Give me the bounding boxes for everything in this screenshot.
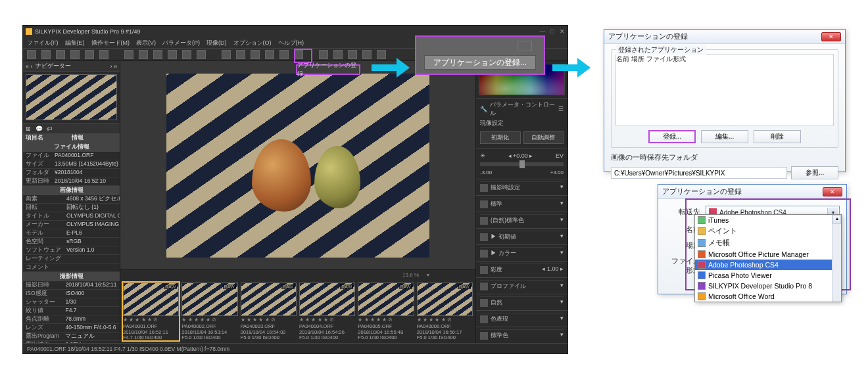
dropdown-option[interactable]: iTunes — [695, 215, 841, 225]
toolbar-icon[interactable] — [99, 50, 108, 59]
filmstrip-item[interactable]: RAW★ ★ ★ ★ ★ ⊘PA040001.ORF2018/10/04 16:… — [123, 283, 179, 340]
menu-item[interactable]: ファイル(F) — [27, 39, 59, 47]
meta-row: ISO感度ISO400 — [23, 290, 120, 298]
temp-folder-input[interactable] — [611, 167, 787, 179]
toolbar-icon[interactable] — [182, 50, 191, 59]
toolbar-icon[interactable] — [168, 50, 177, 59]
toolbar-icon[interactable] — [362, 50, 372, 59]
edit-button[interactable]: 編集... — [701, 130, 748, 143]
toolbar-icon[interactable] — [319, 50, 328, 59]
menu-icon[interactable]: ☰ — [558, 106, 564, 112]
dropdown-option[interactable]: Microsoft Office Picture Manager — [695, 249, 841, 260]
toolbar-icon[interactable] — [265, 50, 274, 59]
param-row[interactable]: 撮影時設定▾ — [476, 179, 567, 195]
col-format[interactable]: ファイル形式 — [646, 55, 686, 62]
meta-row: 回転回転なし (1) — [23, 204, 120, 212]
toolbar-icon[interactable] — [153, 50, 162, 59]
app-icon — [698, 261, 706, 269]
param-row[interactable]: 色表現▾ — [476, 310, 567, 327]
dropdown-option[interactable]: ペイント — [695, 225, 841, 237]
zoom-value: 13.6 % — [402, 272, 419, 278]
toolbar-icon[interactable] — [85, 50, 94, 59]
close-icon[interactable]: ✕ — [821, 32, 841, 41]
exposure-slider[interactable] — [480, 162, 564, 166]
dropdown-option[interactable]: Picasa Photo Viewer — [695, 270, 841, 281]
filmstrip-item[interactable]: RAW★ ★ ★ ★ ★ ⊘PA040004.ORF2018/10/04 16:… — [299, 283, 355, 340]
dropdown-option[interactable]: Microsoft Office Word — [695, 291, 841, 302]
menu-item[interactable]: 表示(V) — [136, 39, 156, 47]
minimize-icon[interactable]: — — [540, 28, 546, 35]
menu-item[interactable]: オプション(O) — [233, 39, 272, 47]
metadata-panel: 項目名情報ファイル情報ファイルPA040001.ORFサイズ13.50MB (1… — [23, 133, 120, 343]
chevron-left-icon[interactable]: « ‹ — [26, 63, 33, 70]
toolbar-icon[interactable] — [333, 50, 343, 59]
menu-item[interactable]: 操作モード(M) — [91, 39, 130, 47]
toolbar-icon[interactable] — [197, 50, 206, 59]
dropdown-option[interactable]: メモ帳 — [695, 237, 841, 249]
param-row[interactable]: 標準▾ — [476, 195, 567, 212]
menu-item[interactable]: パラメータ(P) — [162, 39, 200, 47]
toolbar-icon[interactable] — [236, 50, 245, 59]
delete-button[interactable]: 削除 — [754, 130, 801, 143]
toolbar-icon[interactable] — [251, 50, 260, 59]
toolbar-icon[interactable] — [222, 50, 231, 59]
filmstrip-item[interactable]: RAW★ ★ ★ ★ ★ ⊘PA040005.ORF2018/10/04 16:… — [358, 283, 414, 340]
toolbar-icon[interactable] — [56, 50, 65, 59]
toolbar-icon[interactable] — [124, 50, 133, 59]
metadata-tabs[interactable]: 🗎 💬 🏷 — [23, 123, 120, 133]
param-row[interactable]: 彩度◂ 1.00 ▸ — [476, 261, 567, 277]
register-button[interactable]: 登録... — [648, 130, 696, 143]
image-viewer[interactable] — [120, 61, 475, 269]
toolbar-icon[interactable] — [139, 50, 148, 59]
dest-dropdown[interactable]: ▴ iTunesペイントメモ帳Microsoft Office Picture … — [694, 214, 842, 302]
auto-button[interactable]: 自動調整 — [523, 131, 564, 144]
meta-row: コメント — [23, 263, 120, 272]
close-icon[interactable]: ✕ — [823, 187, 842, 196]
menu-item[interactable]: 編集(E) — [65, 39, 85, 47]
temp-folder-label: 画像の一時保存先フォルダ — [611, 153, 838, 162]
col-location[interactable]: 場所 — [631, 55, 644, 62]
info-tab-icon[interactable]: 🗎 — [26, 126, 32, 132]
app-icon — [698, 250, 706, 258]
comment-tab-icon[interactable]: 💬 — [36, 126, 43, 132]
scrollbar[interactable]: ▴ — [832, 215, 841, 302]
maximize-icon[interactable]: □ — [551, 28, 554, 35]
chevron-right-icon[interactable]: › » — [110, 63, 117, 70]
filmstrip-item[interactable]: RAW★ ★ ★ ★ ★ ⊘PA040003.ORF2018/10/04 16:… — [241, 283, 297, 340]
register-app-button[interactable]: アプリケーションの登録... — [424, 55, 536, 70]
browse-button[interactable]: 参照... — [791, 166, 838, 179]
param-row[interactable]: 自然▾ — [476, 294, 567, 310]
close-icon[interactable]: ✕ — [560, 28, 565, 35]
dialog-title: アプリケーションの登録 — [608, 32, 688, 41]
menu-item[interactable]: 現像(D) — [206, 39, 227, 47]
filmstrip-item[interactable]: RAW★ ★ ★ ★ ★ ⊘PA040002.ORF2018/10/04 16:… — [181, 283, 237, 340]
meta-row: 露出Programマニュアル — [23, 332, 120, 341]
param-row[interactable]: プロファイル▾ — [476, 277, 567, 294]
param-row[interactable]: ▶ カラー▾ — [476, 244, 567, 261]
zoom-ruler[interactable]: 13.6 % ▾ — [120, 269, 475, 280]
col-name[interactable]: 名前 — [616, 55, 629, 62]
toolbar-icon[interactable] — [348, 50, 357, 59]
wrench-icon: 🔧 — [480, 106, 487, 112]
filmstrip: RAW★ ★ ★ ★ ★ ⊘PA040001.ORF2018/10/04 16:… — [120, 280, 475, 343]
toolbar-icon[interactable] — [41, 50, 51, 59]
left-panel: « ‹ ナビゲーター › » 🗎 💬 🏷 項目名情報ファイル情報ファイルPA04… — [23, 61, 120, 343]
ev-unit: EV — [556, 152, 564, 159]
app-list[interactable]: 名前 場所 ファイル形式 — [615, 54, 834, 126]
toolbar-icon[interactable] — [279, 50, 289, 59]
navigator-thumbnail[interactable] — [23, 72, 120, 123]
dropdown-option[interactable]: SILKYPIX Developer Studio Pro 8 — [695, 281, 841, 291]
init-button[interactable]: 初期化 — [480, 131, 521, 144]
dropdown-option[interactable]: Adobe Photoshop CS4 — [695, 260, 841, 270]
param-row[interactable]: (自然)標準色▾ — [476, 212, 567, 228]
toolbar-icon[interactable] — [70, 50, 80, 59]
tag-tab-icon[interactable]: 🏷 — [47, 126, 53, 132]
menu-item[interactable]: ヘルプ(H) — [278, 39, 304, 47]
zoom-slider-icon[interactable]: ▾ — [427, 272, 429, 278]
param-row[interactable]: ▶ 初期値▾ — [476, 228, 567, 244]
toolbar-icon[interactable] — [27, 50, 36, 59]
filmstrip-item[interactable]: RAW★ ★ ★ ★ ★ ⊘PA040006.ORF2018/10/04 16:… — [417, 283, 473, 340]
param-row[interactable]: 標準色▾ — [476, 327, 567, 343]
scroll-up-icon[interactable]: ▴ — [832, 215, 841, 224]
register-app-menu-item[interactable]: アプリケーションの登録... — [296, 64, 360, 75]
